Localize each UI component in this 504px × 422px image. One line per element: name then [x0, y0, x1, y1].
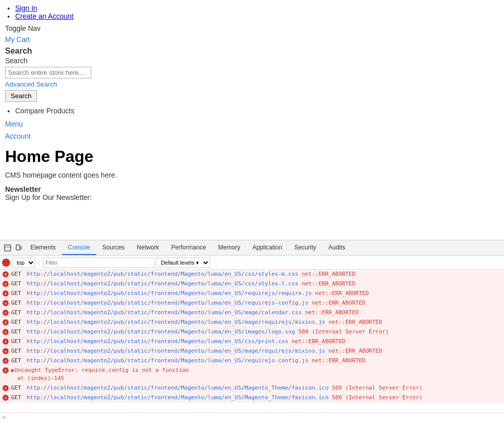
top-nav: Sign InCreate an Account: [0, 0, 504, 22]
newsletter-subtext: Sign Up for Our Newsletter:: [5, 193, 499, 201]
toggle-nav-label: Toggle Nav: [5, 24, 41, 32]
top-nav-sign-in[interactable]: Sign In: [15, 4, 37, 12]
newsletter-heading: Newsletter: [5, 185, 499, 193]
my-cart-link[interactable]: My Cart: [0, 34, 504, 45]
page-title: Home Page: [5, 147, 499, 166]
menu-link[interactable]: Menu: [0, 118, 504, 130]
search-button[interactable]: Search: [5, 90, 37, 102]
search-input[interactable]: [5, 67, 91, 78]
search-input-wrap: [5, 67, 499, 78]
advanced-search-link[interactable]: Advanced Search: [5, 80, 499, 88]
search-label: Search: [5, 57, 499, 65]
newsletter-section: Newsletter Sign Up for Our Newsletter:: [5, 185, 499, 201]
top-nav-create-account[interactable]: Create an Account: [15, 12, 73, 20]
search-heading: Search: [5, 47, 499, 56]
search-section: Search Search Advanced Search Search: [0, 45, 504, 104]
main-content: Home Page CMS homepage content goes here…: [0, 142, 504, 212]
page-description: CMS homepage content goes here.: [5, 171, 499, 179]
toggle-nav[interactable]: Toggle Nav: [0, 22, 504, 34]
compare-section: Compare Products: [0, 104, 504, 118]
account-link[interactable]: Account: [0, 130, 504, 142]
compare-products-item: Compare Products: [15, 107, 499, 115]
